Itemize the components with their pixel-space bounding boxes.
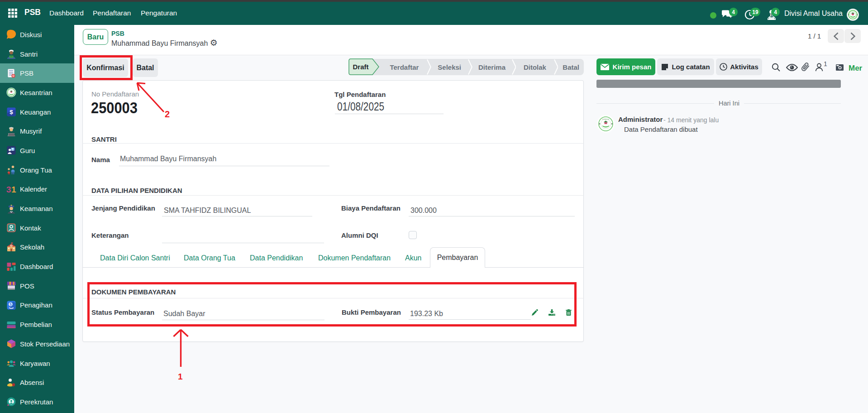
- svg-text:PONDOK: PONDOK: [602, 119, 610, 120]
- svg-text:2: 2: [165, 109, 170, 119]
- svg-text:Draft: Draft: [353, 63, 368, 71]
- svg-text:$: $: [10, 302, 12, 307]
- svg-text:1: 1: [178, 372, 183, 381]
- svg-text:1: 1: [11, 185, 16, 194]
- svg-text:3: 3: [6, 185, 11, 194]
- svg-text:$: $: [10, 109, 13, 115]
